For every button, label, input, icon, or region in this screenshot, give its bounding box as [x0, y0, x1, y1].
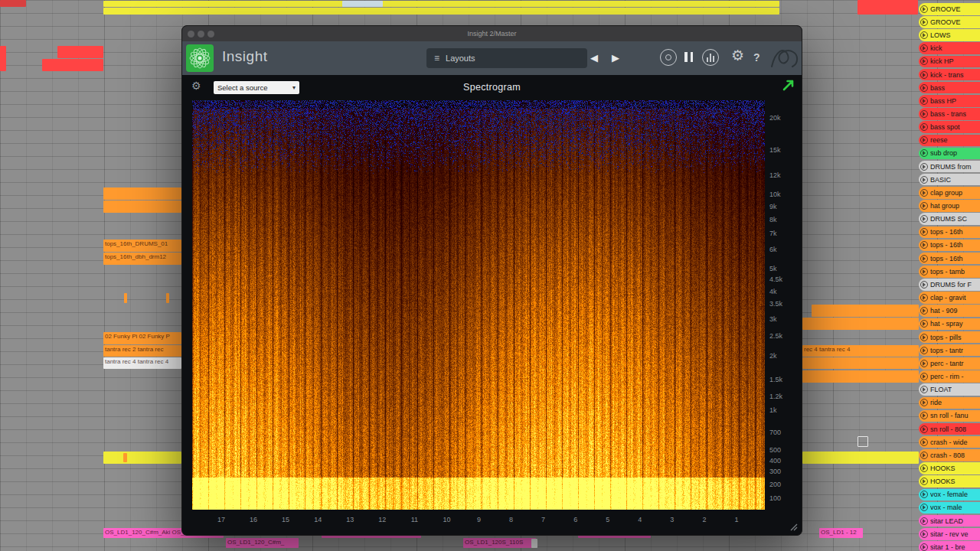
clip-labeled[interactable]: OS_LD1_120_C#m_: [226, 538, 299, 548]
track-header[interactable]: sitar 1 - bre: [919, 541, 980, 551]
track-header[interactable]: FLOAT: [919, 383, 980, 396]
play-circle-icon: [920, 71, 928, 79]
clip[interactable]: [42, 59, 103, 71]
track-header[interactable]: clap - gravit: [919, 292, 980, 304]
track-header[interactable]: DRUMS for F: [919, 279, 980, 291]
clip[interactable]: [802, 318, 919, 330]
track-header[interactable]: perc - rim -: [919, 370, 980, 383]
help-icon[interactable]: ?: [753, 51, 760, 64]
clip[interactable]: [123, 453, 127, 462]
track-header[interactable]: kick: [919, 42, 980, 54]
track-header[interactable]: BASIC: [919, 174, 980, 186]
track-header[interactable]: vox - male: [919, 502, 980, 514]
clip[interactable]: [802, 370, 919, 383]
track-header[interactable]: hat - spray: [919, 318, 980, 331]
clip[interactable]: [124, 293, 127, 303]
track-header[interactable]: perc - tantr: [919, 357, 980, 370]
clip-labeled[interactable]: tantra rec 2 tantra rec: [103, 345, 181, 357]
track-header[interactable]: tops - tantr: [919, 344, 980, 357]
clip-labeled[interactable]: 02 Funky Pi 02 Funky P: [103, 332, 181, 344]
clip[interactable]: [103, 1, 779, 7]
track-header[interactable]: sitar LEAD: [919, 515, 980, 527]
window-titlebar[interactable]: Insight 2/Master: [182, 26, 802, 41]
clip-labeled[interactable]: OS_LD1_120S_110S: [463, 538, 536, 548]
track-header[interactable]: tops - pills: [919, 331, 980, 344]
track-name: kick HP: [930, 57, 954, 65]
track-header[interactable]: hat - 909: [919, 305, 980, 317]
track-header[interactable]: tops - 16th: [919, 227, 980, 239]
prev-button[interactable]: ◀: [590, 52, 598, 64]
track-name: ride: [930, 399, 942, 406]
track-header[interactable]: vox - female: [919, 489, 980, 501]
track-header[interactable]: tops - tamb: [919, 266, 980, 278]
track-header[interactable]: bass HP: [919, 95, 980, 107]
snapshot-icon[interactable]: [660, 49, 677, 66]
layouts-dropdown[interactable]: ≡ Layouts: [426, 48, 587, 68]
clip[interactable]: [802, 452, 919, 464]
track-header[interactable]: reese: [919, 135, 980, 147]
track-header[interactable]: tops - 16th: [919, 253, 980, 265]
next-button[interactable]: ▶: [612, 52, 619, 64]
track-header[interactable]: HOOKS: [919, 462, 980, 474]
play-circle-icon: [920, 18, 928, 26]
track-name: DRUMS from: [930, 163, 972, 171]
play-circle-icon: [920, 57, 928, 65]
track-header[interactable]: HOOKS: [919, 475, 980, 487]
track-header[interactable]: sn roll - fanu: [919, 410, 980, 422]
track-header[interactable]: sn roll - 808: [919, 423, 980, 435]
track-header[interactable]: DRUMS SC: [919, 213, 980, 225]
track-header[interactable]: bass spot: [919, 121, 980, 133]
zoom-button[interactable]: [207, 31, 214, 37]
time-tick: 6: [573, 516, 577, 523]
track-header[interactable]: bass - trans: [919, 108, 980, 120]
track-header[interactable]: DRUMS from: [919, 161, 980, 173]
minimize-button[interactable]: [198, 31, 204, 37]
clip[interactable]: [802, 357, 919, 369]
pause-icon[interactable]: [684, 49, 693, 62]
track-header[interactable]: GROOVE: [919, 3, 980, 15]
clip[interactable]: [858, 0, 918, 15]
track-header[interactable]: tops - 16th: [919, 240, 980, 252]
close-button[interactable]: [188, 31, 194, 37]
spectrogram-canvas[interactable]: [192, 100, 765, 510]
resize-handle[interactable]: [789, 523, 799, 532]
track-name: crash - wide: [930, 439, 968, 446]
track-name: sub drop: [930, 149, 957, 157]
track-header[interactable]: LOWS: [919, 29, 980, 41]
track-header[interactable]: hat group: [919, 200, 980, 212]
meter-settings-icon[interactable]: [702, 49, 719, 66]
clip[interactable]: [103, 187, 181, 200]
track-header[interactable]: sub drop: [919, 148, 980, 160]
track-header[interactable]: ride: [919, 397, 980, 409]
track-name: bass - trans: [930, 110, 966, 118]
track-header[interactable]: sitar - rev ve: [919, 528, 980, 540]
track-header[interactable]: clap group: [919, 187, 980, 199]
clip-labeled[interactable]: tops_16th_DRUMS_01: [103, 240, 181, 252]
play-circle-icon: [920, 176, 928, 184]
clip-labeled[interactable]: tops_16th_dbh_drm12: [103, 253, 181, 265]
track-header[interactable]: bass: [919, 82, 980, 94]
clip-labeled[interactable]: OS_LD1 - 12: [819, 528, 863, 538]
clip[interactable]: [57, 46, 103, 58]
clip[interactable]: [103, 201, 181, 213]
track-header[interactable]: crash - wide: [919, 436, 980, 448]
track-header[interactable]: kick - trans: [919, 69, 980, 81]
track-header[interactable]: kick HP: [919, 56, 980, 68]
time-tick: 13: [346, 516, 354, 523]
clip[interactable]: [103, 8, 779, 15]
track-header[interactable]: crash - 808: [919, 449, 980, 461]
clip-labeled[interactable]: tantra rec 4 tantra rec 4: [103, 357, 181, 369]
clip[interactable]: [0, 0, 26, 7]
settings-gear-icon[interactable]: ⚙: [731, 47, 744, 64]
clip[interactable]: [531, 539, 537, 548]
clip[interactable]: [812, 305, 919, 317]
clip[interactable]: [858, 436, 868, 447]
track-header[interactable]: GROOVE: [919, 16, 980, 28]
clip[interactable]: [342, 1, 383, 7]
clip[interactable]: [103, 452, 181, 464]
clip-labeled[interactable]: rec 4 tantra rec 4: [802, 345, 919, 357]
clip[interactable]: [0, 46, 6, 71]
clip[interactable]: [166, 293, 169, 303]
play-circle-icon: [920, 228, 928, 236]
play-circle-icon: [920, 439, 928, 446]
